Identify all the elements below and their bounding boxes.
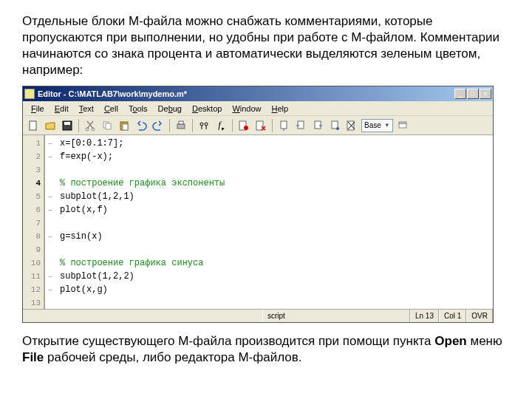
separator (232, 119, 233, 132)
code-line[interactable]: % построение графика синуса (60, 256, 493, 270)
find-icon[interactable] (197, 118, 211, 133)
exec-dash: – (45, 230, 55, 243)
breakpoint-set-icon[interactable] (236, 118, 251, 133)
menu-tools[interactable]: Tools (123, 103, 153, 115)
print-icon[interactable] (174, 118, 188, 133)
code-line[interactable]: plot(x,f) (60, 203, 493, 216)
svg-rect-8 (123, 124, 128, 130)
line-number: 8 (23, 230, 44, 243)
step-in-icon[interactable] (293, 118, 308, 133)
separator (272, 119, 273, 132)
svg-rect-0 (30, 121, 36, 130)
undo-icon[interactable] (134, 118, 149, 133)
svg-point-12 (205, 123, 208, 126)
maximize-button[interactable]: □ (467, 89, 479, 99)
new-file-icon[interactable] (26, 118, 41, 133)
menu-window[interactable]: Window (227, 103, 266, 115)
svg-rect-16 (281, 121, 287, 129)
line-number: 7 (23, 216, 44, 230)
svg-rect-2 (64, 122, 70, 125)
separator (78, 119, 79, 132)
exec-dash (45, 296, 55, 309)
function-icon[interactable]: f▾ (214, 118, 228, 133)
breakpoint-column[interactable]: ––––––– (45, 135, 55, 309)
svg-rect-17 (298, 121, 304, 129)
line-number: 9 (23, 243, 44, 256)
exec-dash (45, 163, 55, 177)
code-line[interactable] (60, 296, 493, 309)
line-number: 11 (23, 270, 44, 283)
outro-paragraph: Открытие существующего М-файла производи… (22, 333, 510, 366)
exec-dash: – (45, 283, 55, 296)
status-ovr: OVR (466, 310, 493, 322)
toolbar: f▾ Base ▼ (23, 116, 493, 135)
line-number: 2 (23, 150, 44, 163)
line-number: 13 (23, 296, 44, 309)
svg-point-14 (244, 126, 248, 130)
code-area[interactable]: x=[0:0.1:7];f=exp(-x);% построение графи… (55, 135, 493, 309)
menu-debug[interactable]: Debug (153, 103, 187, 115)
code-line[interactable]: f=exp(-x); (60, 150, 493, 163)
code-line[interactable] (60, 216, 493, 230)
line-number-gutter: 12345678910111213 (23, 135, 45, 309)
workspace-dropdown[interactable]: Base ▼ (361, 119, 393, 132)
svg-rect-22 (399, 123, 406, 128)
breakpoint-clear-icon[interactable] (253, 118, 268, 133)
svg-rect-9 (177, 124, 185, 129)
app-icon (24, 89, 35, 99)
svg-rect-10 (179, 121, 183, 124)
exec-dash: – (45, 190, 55, 203)
copy-icon[interactable] (100, 118, 115, 133)
cut-icon[interactable] (83, 118, 98, 133)
line-number: 3 (23, 163, 44, 177)
svg-rect-23 (399, 122, 406, 123)
line-number: 4 (23, 177, 44, 190)
menu-desktop[interactable]: Desktop (187, 103, 227, 115)
menu-edit[interactable]: Edit (50, 103, 74, 115)
menu-file[interactable]: File (26, 103, 50, 115)
exec-dash (45, 177, 55, 190)
minimize-button[interactable]: _ (454, 89, 466, 99)
workspace-label: Base (364, 121, 381, 129)
exec-dash: – (45, 270, 55, 283)
separator (169, 119, 170, 132)
code-line[interactable]: plot(x,g) (60, 283, 493, 296)
menubar: File Edit Text Cell Tools Debug Desktop … (23, 101, 493, 116)
line-number: 6 (23, 203, 44, 216)
code-line[interactable]: x=[0:0.1:7]; (60, 137, 493, 150)
continue-icon[interactable] (327, 118, 342, 133)
code-editor[interactable]: 12345678910111213 ––––––– x=[0:0.1:7];f=… (23, 135, 493, 309)
code-line[interactable]: subplot(1,2,1) (60, 190, 493, 203)
exec-dash (45, 256, 55, 270)
exec-dash: – (45, 150, 55, 163)
code-line[interactable]: % построение графика экспоненты (60, 177, 493, 190)
status-col: Col 1 (439, 310, 466, 322)
menu-cell[interactable]: Cell (99, 103, 123, 115)
code-line[interactable] (60, 163, 493, 177)
line-number: 10 (23, 256, 44, 270)
exec-dash (45, 216, 55, 230)
stack-icon[interactable] (395, 118, 410, 133)
menu-text[interactable]: Text (74, 103, 99, 115)
redo-icon[interactable] (151, 118, 166, 133)
paste-icon[interactable] (117, 118, 132, 133)
svg-point-20 (336, 127, 339, 130)
stop-debug-icon[interactable] (344, 118, 359, 133)
statusbar: script Ln 13 Col 1 OVR (23, 309, 493, 322)
code-line[interactable]: subplot(1,2,2) (60, 270, 493, 283)
chevron-down-icon: ▼ (384, 122, 390, 129)
close-button[interactable]: × (480, 89, 491, 99)
exec-dash (45, 243, 55, 256)
step-icon[interactable] (276, 118, 291, 133)
code-line[interactable]: g=sin(x) (60, 230, 493, 243)
line-number: 1 (23, 137, 44, 150)
step-out-icon[interactable] (310, 118, 325, 133)
menu-help[interactable]: Help (267, 103, 294, 115)
code-line[interactable] (60, 243, 493, 256)
separator (192, 119, 193, 132)
exec-dash: – (45, 203, 55, 216)
save-icon[interactable] (60, 118, 75, 133)
open-file-icon[interactable] (43, 118, 58, 133)
svg-point-11 (200, 123, 203, 126)
line-number: 5 (23, 190, 44, 203)
